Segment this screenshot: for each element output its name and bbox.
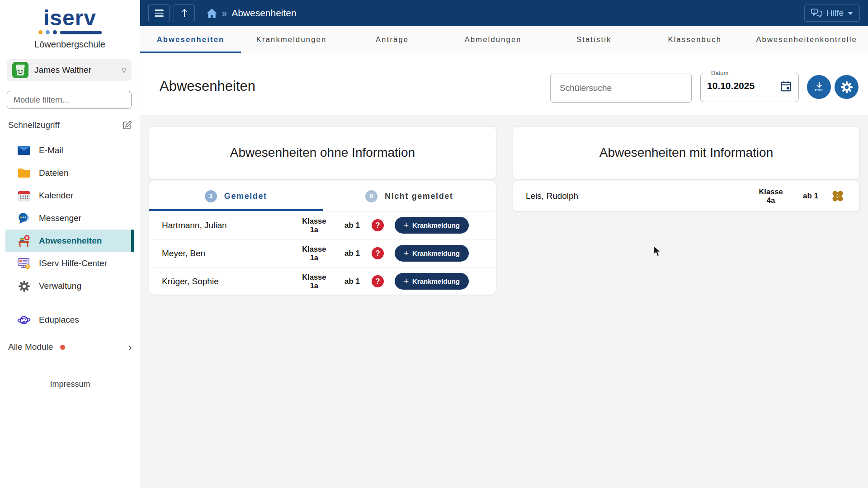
add-krankmeldung-button[interactable]: + Krankmeldung	[395, 273, 469, 290]
avatar	[12, 62, 28, 78]
messenger-icon	[17, 211, 31, 225]
all-modules-button[interactable]: Alle Module ›	[8, 342, 132, 352]
button-label: Krankmeldung	[412, 277, 460, 285]
download-pdf-button[interactable]: PDF	[807, 75, 831, 99]
edit-pencil-icon[interactable]	[122, 120, 132, 130]
sidebar-item-label: Dateien	[39, 168, 69, 178]
card-with-info-header: Abwesenheiten mit Information	[513, 126, 860, 179]
home-icon[interactable]	[206, 8, 217, 19]
school-name: Löwenbergschule	[0, 39, 140, 50]
sidebar-item-hilfe-center[interactable]: ? IServ Hilfe-Center	[5, 252, 134, 275]
all-modules-label: Alle Module	[8, 342, 53, 352]
admin-gear-icon	[17, 279, 31, 293]
add-krankmeldung-button[interactable]: + Krankmeldung	[395, 245, 469, 262]
svg-text:?: ?	[26, 264, 28, 269]
card-without-info-list: 3 Gemeldet 0 Nicht gemeldet Hartmann, Ju…	[149, 181, 496, 295]
sidebar-item-abwesenheiten[interactable]: Abwesenheiten	[5, 230, 134, 252]
module-filter-input[interactable]	[7, 91, 132, 109]
card-title: Abwesenheiten mit Information	[599, 145, 773, 160]
page-header: Abwesenheiten Datum 10.10.2025 PDF	[140, 53, 868, 115]
sidebar-item-label: Verwaltung	[39, 281, 81, 291]
sidebar-item-label: E-Mail	[39, 145, 63, 155]
sidebar-item-label: IServ Hilfe-Center	[39, 258, 107, 268]
logo-dot-blue	[46, 30, 50, 34]
card-with-info-list: Leis, Rudolph Klasse4a ab 1	[513, 181, 860, 211]
menu-toggle-button[interactable]	[148, 4, 170, 22]
help-button[interactable]: ? Hilfe	[804, 5, 860, 22]
settings-button[interactable]	[835, 75, 859, 99]
chevron-down-icon: ▽	[122, 67, 126, 74]
sidebar-item-dateien[interactable]: Dateien	[5, 162, 134, 184]
date-picker-field[interactable]: Datum 10.10.2025	[700, 70, 799, 102]
sidebar-item-verwaltung[interactable]: Verwaltung	[5, 275, 134, 297]
unknown-status-icon: ?	[372, 275, 384, 287]
tab-nicht-gemeldet[interactable]: 0 Nicht gemeldet	[323, 181, 496, 211]
absence-from: ab 1	[792, 192, 830, 201]
iserv-logo[interactable]: iserv Löwenbergschule	[0, 7, 140, 50]
tab-label: Gemeldet	[224, 192, 267, 201]
sidebar-nav: E-Mail Dateien Kalender	[0, 139, 140, 331]
student-name: Meyer, Ben	[162, 249, 294, 258]
module-tabbar: Abwesenheiten Krankmeldungen Anträge Abm…	[140, 26, 868, 53]
student-name: Hartmann, Julian	[162, 221, 294, 230]
iserv-logo-underline	[0, 30, 140, 34]
logo-dot-navy	[53, 30, 57, 34]
tab-abwesenheiten[interactable]: Abwesenheiten	[140, 26, 241, 53]
sidebar-item-messenger[interactable]: Messenger	[5, 207, 134, 230]
tab-statistik[interactable]: Statistik	[543, 26, 644, 53]
add-krankmeldung-button[interactable]: + Krankmeldung	[395, 217, 469, 234]
tab-label: Nicht gemeldet	[385, 192, 453, 201]
calendar-icon	[17, 189, 31, 202]
logo-dot-orange	[38, 30, 42, 34]
button-label: Krankmeldung	[412, 249, 460, 257]
student-class: Klasse4a	[750, 188, 792, 205]
tab-abmeldungen[interactable]: Abmeldungen	[443, 26, 543, 53]
absence-from: ab 1	[335, 249, 370, 258]
page-title: Abwesenheiten	[160, 78, 255, 94]
student-class: Klasse1a	[294, 217, 335, 234]
student-row: Leis, Rudolph Klasse4a ab 1	[513, 181, 859, 211]
sidebar-item-label: Messenger	[39, 213, 81, 223]
sidebar-item-eduplaces[interactable]: Eduplaces	[5, 309, 134, 331]
tab-abwesenheitenkontrolle[interactable]: Abwesenheitenkontrolle	[745, 26, 868, 53]
count-badge: 0	[365, 190, 377, 202]
absences-desk-icon	[17, 234, 31, 248]
student-row: Meyer, Ben Klasse1a ab 1 ? + Krankmeldun…	[149, 239, 496, 267]
calendar-picker-icon[interactable]	[780, 80, 792, 92]
folder-icon	[17, 166, 31, 180]
iserv-logo-text: iserv	[0, 7, 140, 29]
sidebar-item-kalender[interactable]: Kalender	[5, 184, 134, 207]
sidebar-item-label: Abwesenheiten	[39, 236, 102, 246]
button-label: Krankmeldung	[412, 221, 460, 229]
tab-klassenbuch[interactable]: Klassenbuch	[644, 26, 745, 53]
date-value: 10.10.2025	[707, 80, 755, 91]
user-name: James Walther	[34, 65, 116, 75]
hamburger-icon	[155, 9, 164, 17]
impressum-link[interactable]: Impressum	[0, 380, 140, 389]
pdf-label: PDF	[815, 88, 823, 92]
svg-text:?: ?	[813, 9, 815, 13]
user-menu[interactable]: James Walther ▽	[7, 59, 132, 81]
navigate-up-button[interactable]	[174, 4, 195, 22]
help-label: Hilfe	[826, 8, 844, 18]
count-badge: 3	[205, 190, 217, 202]
sidebar-item-email[interactable]: E-Mail	[5, 139, 134, 162]
unknown-status-icon: ?	[372, 247, 384, 259]
tab-antraege[interactable]: Anträge	[342, 26, 443, 53]
report-status-tabs: 3 Gemeldet 0 Nicht gemeldet	[149, 181, 496, 211]
unknown-status-icon: ?	[372, 219, 384, 231]
logo-bar	[60, 31, 102, 34]
student-name: Leis, Rudolph	[526, 191, 750, 201]
student-search-input[interactable]	[550, 74, 692, 103]
student-row: Hartmann, Julian Klasse1a ab 1 ? + Krank…	[149, 211, 496, 239]
card-without-info-header: Abwesenheiten ohne Information	[149, 126, 496, 179]
plus-icon: +	[404, 249, 409, 258]
caret-down-icon	[848, 12, 853, 15]
absence-from: ab 1	[335, 277, 370, 286]
student-class: Klasse1a	[294, 245, 335, 262]
chevron-right-icon: ›	[128, 343, 132, 352]
help-bubbles-icon: ?	[811, 9, 822, 18]
tab-krankmeldungen[interactable]: Krankmeldungen	[241, 26, 342, 53]
breadcrumb-separator: »	[222, 8, 227, 19]
tab-gemeldet[interactable]: 3 Gemeldet	[149, 181, 323, 211]
